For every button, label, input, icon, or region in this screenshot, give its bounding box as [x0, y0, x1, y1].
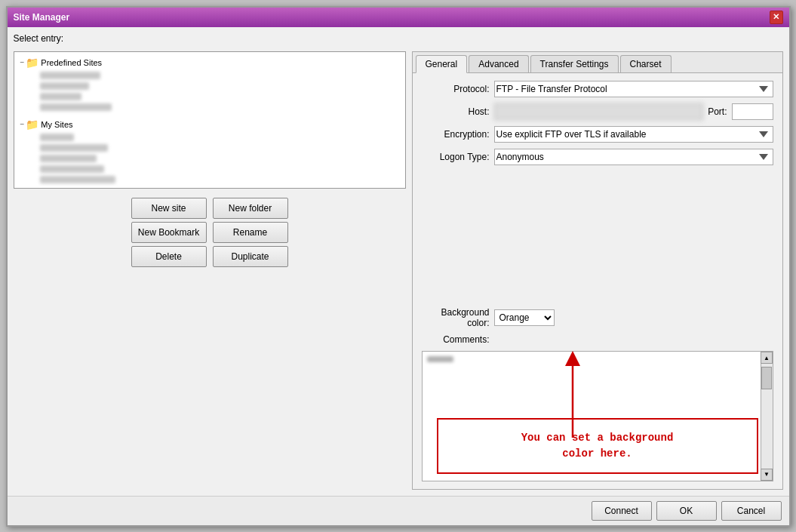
delete-button[interactable]: Delete [131, 246, 207, 267]
folder-icon: 📁 [26, 57, 38, 69]
ok-button[interactable]: OK [656, 501, 717, 521]
host-input[interactable] [494, 103, 704, 120]
tab-charset[interactable]: Charset [620, 55, 672, 72]
blurred-text [427, 356, 453, 362]
blurred-item [40, 134, 74, 141]
window-title: Site Manager [14, 12, 70, 23]
tree-item[interactable] [17, 132, 402, 143]
tree-item[interactable] [17, 81, 402, 91]
btn-row-1: New site New folder [131, 198, 288, 219]
blurred-item [40, 155, 97, 162]
btn-row-3: Delete Duplicate [131, 246, 288, 267]
bg-color-row: Background color: Orange [422, 307, 773, 328]
annotation-line1: You can set a background [521, 432, 674, 444]
host-label: Host: [422, 106, 490, 117]
duplicate-button[interactable]: Duplicate [213, 246, 288, 267]
encryption-label: Encryption: [422, 129, 490, 140]
btn-row-2: New Bookmark Rename [131, 222, 288, 243]
scroll-thumb[interactable] [761, 367, 772, 389]
left-container: − 📁 Predefined Sites [14, 51, 406, 490]
select-entry-label: Select entry: [14, 33, 783, 44]
scroll-up-button[interactable]: ▲ [761, 352, 773, 364]
expand-icon[interactable]: − [20, 58, 25, 66]
blurred-item [40, 144, 108, 152]
folder-icon-my-sites: 📁 [26, 118, 38, 131]
tab-content-general: Protocol: FTP - File Transfer Protocol H… [413, 73, 782, 489]
encryption-select[interactable]: Use explicit FTP over TLS if available [494, 126, 773, 143]
cancel-button[interactable]: Cancel [721, 501, 782, 521]
tab-transfer-settings[interactable]: Transfer Settings [530, 55, 619, 72]
tab-general[interactable]: General [416, 55, 468, 73]
comments-label-row: Comments: [422, 334, 773, 345]
blurred-item [40, 165, 104, 173]
main-area: − 📁 Predefined Sites [14, 51, 783, 490]
my-sites-root[interactable]: − 📁 My Sites [17, 117, 402, 132]
host-row: Host: Port: [422, 103, 773, 120]
tab-advanced[interactable]: Advanced [469, 55, 528, 72]
predefined-sites-label: Predefined Sites [41, 58, 102, 67]
vertical-scrollbar[interactable]: ▲ ▼ [761, 352, 773, 481]
bg-color-label: Background color: [422, 307, 490, 328]
predefined-sites-root[interactable]: − 📁 Predefined Sites [17, 55, 402, 70]
comments-label: Comments: [422, 334, 490, 345]
left-panel: − 📁 Predefined Sites [14, 51, 406, 189]
footer: Connect OK Cancel [8, 496, 789, 525]
rename-button[interactable]: Rename [213, 222, 288, 243]
logon-label: Logon Type: [422, 152, 490, 162]
connect-button[interactable]: Connect [592, 501, 652, 521]
new-site-button[interactable]: New site [131, 198, 207, 219]
annotation-line2: color here. [562, 447, 632, 460]
logon-select[interactable]: Anonymous [494, 149, 773, 165]
scroll-down-button[interactable]: ▼ [761, 469, 773, 481]
protocol-label: Protocol: [422, 84, 490, 94]
site-manager-window: Site Manager ✕ Select entry: − 📁 Predefi… [6, 6, 791, 527]
close-button[interactable]: ✕ [770, 11, 783, 24]
port-label: Port: [708, 106, 727, 117]
comments-wrapper: ▲ ▼ [422, 351, 773, 481]
new-bookmark-button[interactable]: New Bookmark [131, 222, 207, 243]
spacer [422, 171, 773, 302]
tree-item[interactable] [17, 91, 402, 102]
annotation-box: You can set a background color here. [437, 418, 758, 474]
bg-color-select[interactable]: Orange [494, 309, 555, 326]
blurred-item [40, 103, 112, 111]
tree-item[interactable] [17, 70, 402, 81]
bottom-buttons: New site New folder New Bookmark Rename … [14, 195, 406, 270]
protocol-select[interactable]: FTP - File Transfer Protocol [494, 81, 773, 97]
tab-bar: General Advanced Transfer Settings Chars… [413, 52, 782, 73]
title-bar: Site Manager ✕ [8, 8, 789, 27]
tree-item[interactable] [17, 164, 402, 174]
tree-item[interactable] [17, 143, 402, 153]
protocol-row: Protocol: FTP - File Transfer Protocol [422, 81, 773, 97]
blurred-item [40, 82, 89, 90]
new-folder-button[interactable]: New folder [213, 198, 288, 219]
logon-row: Logon Type: Anonymous [422, 149, 773, 165]
tree-item[interactable] [17, 153, 402, 164]
blurred-item [40, 93, 81, 100]
blurred-item [40, 72, 100, 79]
expand-icon-my-sites[interactable]: − [20, 120, 25, 128]
window-content: Select entry: − 📁 Predefined Sites [8, 27, 789, 496]
tree-item[interactable] [17, 102, 402, 112]
encryption-row: Encryption: Use explicit FTP over TLS if… [422, 126, 773, 143]
my-sites-label: My Sites [41, 120, 72, 129]
host-port-container: Port: [494, 103, 773, 120]
port-input[interactable] [732, 103, 773, 120]
blurred-item [40, 176, 115, 183]
tree-item[interactable] [17, 174, 402, 185]
tree-area: − 📁 Predefined Sites [14, 52, 405, 188]
right-panel: General Advanced Transfer Settings Chars… [412, 51, 783, 490]
